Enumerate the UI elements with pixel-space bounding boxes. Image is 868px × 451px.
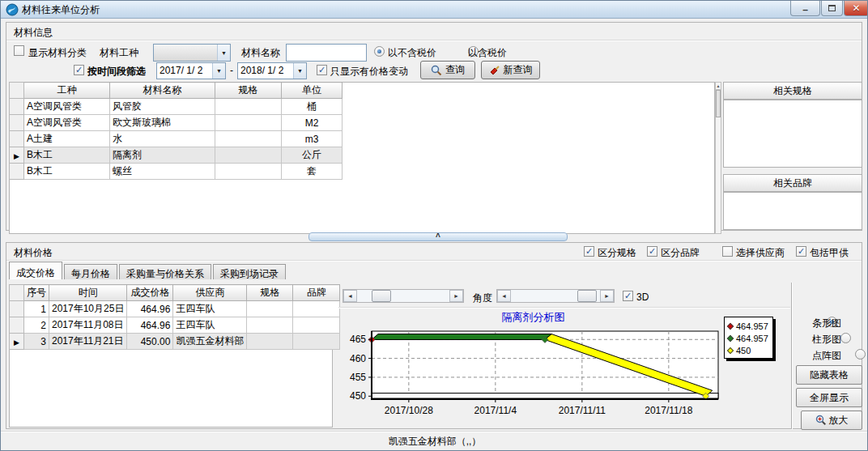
svg-text:465: 465 [350,334,366,345]
svg-text:2017/11/11: 2017/11/11 [559,405,606,416]
scroll-up-icon[interactable]: ▲ [716,83,721,90]
row-marker-icon: ▶ [14,338,19,347]
divider [6,40,862,40]
chart-hscrollbar[interactable]: ◄ ► [343,289,464,303]
chart-type-dot-radio[interactable] [855,349,866,360]
fullscreen-button[interactable]: 全屏显示 [796,388,862,407]
svg-text:450: 450 [350,390,366,402]
column-header[interactable]: 材料名称 [110,83,215,99]
work-type-select[interactable]: ▼ [153,44,231,62]
table-row[interactable]: 1 2017年10月25日 464.96 王四车队 [10,301,340,317]
related-spec-list[interactable] [723,100,862,168]
column-header[interactable]: 单位 [282,83,343,99]
no-tax-radio[interactable] [374,46,385,57]
zoom-in-button-label: 放大 [829,414,849,428]
related-brand-header[interactable]: 相关品牌 [723,174,862,192]
date-from-value: 2017/ 1/ 2 [157,63,212,79]
choose-supplier-checkbox[interactable] [722,246,733,257]
distinguish-spec-checkbox[interactable]: ✓ [584,246,594,257]
zoom-in-button[interactable]: 放大 [801,411,862,430]
include-owner-supplied-label: 包括甲供 [810,246,849,260]
date-from-select[interactable]: 2017/ 1/ 2 ▼ [156,62,226,79]
minimize-icon: – [802,4,808,15]
check-icon: ✓ [585,247,593,256]
only-price-change-label: 只显示有价格变动 [330,65,408,79]
threed-checkbox[interactable]: ✓ [623,291,633,301]
column-header[interactable]: 规格 [247,285,293,301]
check-icon: ✓ [75,66,83,74]
panel-splitter-handle[interactable]: ^ [308,232,568,241]
dropdown-button[interactable]: ▼ [212,63,225,79]
selector-header [10,83,24,99]
distinguish-brand-checkbox[interactable]: ✓ [647,246,657,257]
svg-text:2017/11/4: 2017/11/4 [474,405,517,416]
divider [791,283,792,429]
new-query-button[interactable]: 新查询 [481,61,540,79]
check-icon: ✓ [624,291,632,300]
scroll-right-icon[interactable]: ► [600,290,614,302]
chevron-down-icon: ▼ [297,68,303,74]
time-filter-checkbox[interactable]: ✓ [74,65,84,75]
close-button[interactable]: ✕ [844,1,868,16]
show-category-label: 显示材料分类 [28,46,87,60]
angle-scrollbar[interactable]: ◄ ► [496,289,615,303]
column-header[interactable]: 供应商 [173,285,247,301]
distinguish-brand-label: 区分品牌 [661,246,700,260]
material-name-input[interactable] [286,44,367,62]
scrollbar-thumb[interactable] [577,290,597,302]
only-price-change-checkbox[interactable]: ✓ [317,65,327,75]
scroll-left-icon[interactable]: ◄ [497,290,511,302]
column-header[interactable]: 序号 [24,285,49,301]
minimize-button[interactable]: – [790,1,820,16]
table-row[interactable]: A空调风管类 风管胶 桶 [10,99,343,115]
collapse-icon: ^ [436,235,440,240]
column-header[interactable]: 规格 [215,83,282,99]
include-owner-supplied-checkbox[interactable]: ✓ [796,246,806,257]
app-icon [6,3,19,16]
column-header[interactable]: 品牌 [293,285,340,301]
query-button[interactable]: 查询 [420,61,475,79]
window-title: 材料往来单位分析 [22,3,100,17]
table-row-selected[interactable]: ▶ 3 2017年11月21日 450.00 凯强五金材料部 [10,334,340,350]
legend-marker-icon [727,322,734,329]
selector-header [10,285,24,301]
legend-marker-icon [727,334,734,341]
hide-table-button[interactable]: 隐藏表格 [796,365,862,385]
material-table-scrollbar[interactable]: ▲ [715,82,721,234]
show-category-checkbox[interactable] [14,45,24,56]
maximize-button[interactable] [821,1,843,16]
distinguish-spec-label: 区分规格 [598,246,636,260]
table-row[interactable]: A土建 水 m3 [10,131,343,147]
status-bar: 凯强五金材料部（,,） [1,431,868,451]
tab-monthly-price[interactable]: 每月价格 [64,264,117,279]
new-query-icon [489,65,500,76]
divider [338,307,790,308]
scroll-right-icon[interactable]: ► [449,290,463,302]
scroll-left-icon[interactable]: ◄ [343,290,357,302]
table-row[interactable]: 2 2017年11月08日 464.96 王四车队 [10,317,340,334]
table-row[interactable]: B木工 螺丝 套 [10,164,343,180]
scrollbar-thumb[interactable] [716,90,721,117]
date-to-select[interactable]: 2018/ 1/ 2 ▼ [237,62,307,79]
material-price-title: 材料价格 [14,246,53,260]
svg-text:2017/10/28: 2017/10/28 [385,405,433,416]
check-icon: ✓ [649,247,656,256]
column-header[interactable]: 成交价格 [127,285,173,301]
choose-supplier-label: 选择供应商 [736,246,785,260]
chart-type-dot-label: 点阵图 [812,349,841,363]
chevron-down-icon: ▼ [221,50,227,56]
tab-arrival-record[interactable]: 采购到场记录 [213,264,286,279]
price-tabs: 成交价格 每月价格 采购量与价格关系 采购到场记录 [9,262,287,279]
column-header[interactable]: 工种 [24,83,110,99]
dropdown-button[interactable]: ▼ [217,45,230,61]
tab-qty-price-relation[interactable]: 采购量与价格关系 [119,264,211,279]
related-brand-list[interactable] [723,192,862,230]
threed-label: 3D [636,291,649,303]
related-spec-header[interactable]: 相关规格 [723,82,862,100]
tab-deal-price[interactable]: 成交价格 [9,262,62,279]
dropdown-button[interactable]: ▼ [293,63,306,79]
table-row-selected[interactable]: ▶ B木工 隔离剂 公斤 [10,147,343,164]
table-row[interactable]: A空调风管类 欧文斯玻璃棉 M2 [10,115,343,131]
scrollbar-thumb[interactable] [372,290,391,302]
column-header[interactable]: 时间 [49,285,127,301]
